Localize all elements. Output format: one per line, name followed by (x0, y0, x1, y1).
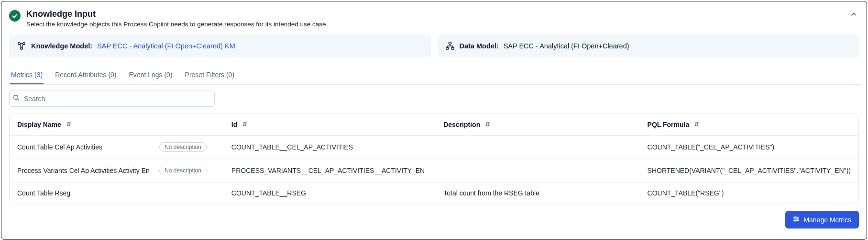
row-description (436, 136, 639, 159)
model-info-row: Knowledge Model: SAP ECC - Analytical (F… (7, 34, 861, 61)
col-pql-label: PQL Formula (648, 121, 690, 128)
table-row[interactable]: Count Table Cel Ap ActivitiesNo descript… (10, 136, 858, 159)
table-row[interactable]: Count Table RsegCOUNT_TABLE__RSEGTotal c… (10, 183, 858, 204)
svg-line-3 (20, 45, 22, 48)
search-box (9, 91, 215, 107)
svg-point-2 (21, 47, 22, 49)
col-display-name[interactable]: Display Name (10, 114, 224, 136)
row-id: COUNT_TABLE__CEL_AP_ACTIVITIES (224, 136, 436, 159)
svg-line-14 (18, 99, 20, 101)
data-model-card: Data Model: SAP ECC - Analytical (FI Ope… (438, 34, 859, 57)
row-description (436, 159, 639, 183)
svg-point-18 (797, 218, 799, 220)
col-id[interactable]: Id (224, 114, 436, 136)
row-display-name: Count Table Cel Ap Activities (17, 143, 102, 151)
data-model-label: Data Model: (460, 42, 499, 50)
check-icon (9, 10, 21, 22)
sort-icon (242, 121, 248, 128)
knowledge-model-card: Knowledge Model: SAP ECC - Analytical (F… (9, 34, 431, 57)
sort-icon (66, 121, 72, 128)
sort-icon (485, 121, 491, 128)
knowledge-input-panel: Knowledge Input Select the knowledge obj… (1, 1, 867, 240)
row-id: COUNT_TABLE__RSEG (224, 183, 436, 204)
knowledge-model-icon (17, 41, 26, 51)
row-pql: COUNT_TABLE("RSEG") (640, 183, 858, 204)
col-description-label: Description (443, 121, 480, 128)
svg-point-16 (795, 217, 796, 218)
svg-point-13 (14, 95, 18, 100)
row-pql: SHORTENED(VARIANT("_CEL_AP_ACTIVITIES"."… (640, 159, 858, 183)
svg-point-20 (794, 220, 796, 221)
row-pql: COUNT_TABLE("_CEL_AP_ACTIVITIES") (640, 136, 858, 159)
col-pql[interactable]: PQL Formula (640, 114, 858, 136)
col-display-name-label: Display Name (17, 121, 61, 128)
manage-metrics-label: Manage Metrics (803, 216, 851, 224)
data-model-icon (445, 41, 455, 51)
metrics-table: Display Name Id Description PQL Formula (9, 114, 859, 204)
table-row[interactable]: Process Variants Cel Ap Activities Activ… (10, 159, 858, 183)
sliders-icon (793, 216, 800, 224)
row-display-name: Count Table Rseg (17, 189, 70, 197)
svg-rect-8 (451, 47, 454, 49)
knowledge-model-link[interactable]: SAP ECC - Analytical (FI Open+Cleared) K… (97, 42, 235, 50)
svg-line-4 (22, 45, 23, 48)
chevron-up-icon (850, 11, 857, 18)
tab-record-attributes[interactable]: Record Attributes (0) (54, 68, 117, 84)
tab-metrics[interactable]: Metrics (3) (10, 68, 44, 84)
svg-rect-6 (449, 42, 451, 44)
panel-header: Knowledge Input Select the knowledge obj… (7, 6, 861, 34)
no-description-badge: No description (159, 142, 207, 152)
collapse-button[interactable] (848, 9, 859, 22)
tab-preset-filters[interactable]: Preset Filters (0) (184, 68, 235, 84)
tabs: Metrics (3) Record Attributes (0) Event … (7, 63, 861, 85)
col-id-label: Id (231, 121, 237, 128)
row-description: Total count from the RSEG table (436, 183, 639, 204)
row-id: PROCESS_VARIANTS__CEL_AP_ACTIVITIES__ACT… (224, 159, 436, 183)
col-description[interactable]: Description (436, 114, 639, 136)
page-subtitle: Select the knowledge objects this Proces… (26, 21, 848, 28)
page-title: Knowledge Input (26, 9, 848, 19)
svg-rect-7 (446, 47, 449, 49)
no-description-badge: No description (159, 166, 207, 175)
data-model-value: SAP ECC - Analytical (FI Open+Cleared) (504, 42, 629, 50)
search-input[interactable] (9, 91, 215, 107)
row-display-name: Process Variants Cel Ap Activities Activ… (17, 167, 150, 174)
tab-event-logs[interactable]: Event Logs (0) (128, 68, 174, 84)
manage-metrics-button[interactable]: Manage Metrics (785, 211, 859, 229)
search-icon (13, 94, 20, 103)
knowledge-model-label: Knowledge Model: (31, 42, 92, 50)
sort-icon (694, 121, 700, 128)
